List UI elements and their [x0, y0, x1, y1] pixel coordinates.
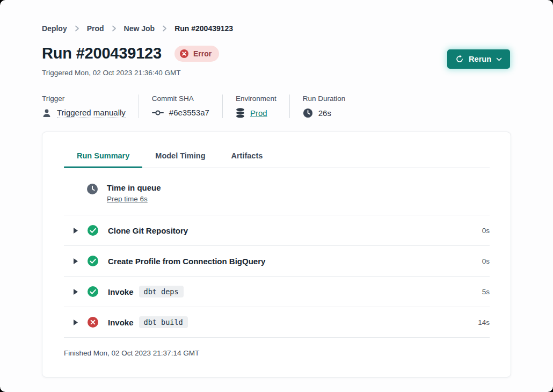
queue-title: Time in queue — [107, 183, 161, 192]
step-duration: 14s — [478, 318, 490, 326]
chevron-down-icon — [496, 57, 502, 61]
step-command-chip: dbt deps — [139, 286, 184, 297]
run-detail-page: Deploy Prod New Job Run #200439123 Run #… — [0, 0, 553, 392]
database-icon — [236, 108, 245, 118]
breadcrumb-new-job[interactable]: New Job — [124, 24, 155, 33]
status-badge-label: Error — [193, 49, 212, 58]
prep-time-link[interactable]: Prep time 6s — [107, 195, 161, 203]
clock-icon — [303, 108, 313, 118]
chevron-right-icon — [112, 25, 117, 32]
caret-right-icon[interactable] — [73, 258, 78, 265]
step-label: Invoke — [108, 318, 134, 327]
breadcrumb-deploy[interactable]: Deploy — [42, 24, 67, 33]
person-icon — [42, 108, 52, 118]
rerun-button[interactable]: Rerun — [447, 49, 510, 69]
breadcrumb: Deploy Prod New Job Run #200439123 — [42, 0, 511, 33]
commit-sha-value: #6e3553a7 — [169, 108, 209, 117]
trigger-value[interactable]: Triggered manually — [57, 108, 126, 118]
meta-divider — [289, 95, 290, 118]
step-row-clone-git[interactable]: Clone Git Repository 0s — [64, 215, 490, 246]
run-duration-value: 26s — [318, 108, 331, 118]
step-row-invoke-dbt-build[interactable]: Invoke dbt build 14s — [64, 307, 490, 338]
run-meta-row: Trigger Triggered manually Commit SHA — [42, 95, 511, 118]
environment-link[interactable]: Prod — [250, 108, 267, 118]
step-label: Clone Git Repository — [108, 226, 188, 235]
step-duration: 0s — [482, 257, 490, 265]
step-command-chip: dbt build — [139, 316, 188, 328]
meta-divider — [139, 95, 139, 118]
time-in-queue-row: Time in queue Prep time 6s — [64, 168, 490, 215]
meta-duration-label: Run Duration — [303, 95, 346, 103]
run-summary-card: Run Summary Model Timing Artifacts Time … — [42, 132, 511, 378]
chevron-right-icon — [162, 25, 167, 32]
success-check-icon — [87, 224, 99, 236]
meta-run-duration: Run Duration 26s — [303, 95, 346, 118]
breadcrumb-current-run: Run #200439123 — [174, 24, 233, 33]
error-circle-icon — [179, 49, 189, 59]
meta-trigger-label: Trigger — [42, 95, 126, 103]
tab-artifacts[interactable]: Artifacts — [219, 151, 276, 168]
tab-bar: Run Summary Model Timing Artifacts — [64, 132, 490, 168]
meta-environment: Environment Prod — [236, 95, 276, 118]
meta-environment-label: Environment — [236, 95, 276, 103]
success-check-icon — [87, 255, 99, 267]
step-row-invoke-dbt-deps[interactable]: Invoke dbt deps 5s — [64, 277, 490, 307]
meta-trigger: Trigger Triggered manually — [42, 95, 126, 118]
finished-timestamp: Finished Mon, 02 Oct 2023 21:37:14 GMT — [64, 338, 490, 357]
caret-right-icon[interactable] — [73, 227, 78, 234]
error-circle-icon — [87, 316, 99, 328]
step-row-create-profile[interactable]: Create Profile from Connection BigQuery … — [64, 246, 490, 277]
tab-run-summary[interactable]: Run Summary — [64, 151, 142, 168]
breadcrumb-prod[interactable]: Prod — [87, 24, 104, 33]
commit-icon — [152, 109, 164, 117]
caret-right-icon[interactable] — [73, 319, 78, 326]
tab-model-timing[interactable]: Model Timing — [142, 151, 218, 168]
step-duration: 0s — [482, 227, 490, 235]
triggered-timestamp: Triggered Mon, 02 Oct 2023 21:36:40 GMT — [42, 69, 511, 77]
status-badge: Error — [174, 46, 219, 62]
rerun-button-label: Rerun — [469, 55, 491, 63]
meta-divider — [222, 95, 223, 118]
clock-icon — [86, 183, 98, 195]
meta-commit-label: Commit SHA — [152, 95, 209, 103]
refresh-icon — [455, 55, 464, 63]
step-duration: 5s — [482, 288, 490, 296]
step-label: Create Profile from Connection BigQuery — [108, 257, 265, 266]
caret-right-icon[interactable] — [73, 288, 78, 295]
step-label: Invoke — [108, 287, 134, 296]
page-title: Run #200439123 — [42, 45, 162, 62]
chevron-right-icon — [75, 25, 79, 32]
success-check-icon — [87, 286, 99, 297]
meta-commit-sha: Commit SHA #6e3553a7 — [152, 95, 209, 118]
